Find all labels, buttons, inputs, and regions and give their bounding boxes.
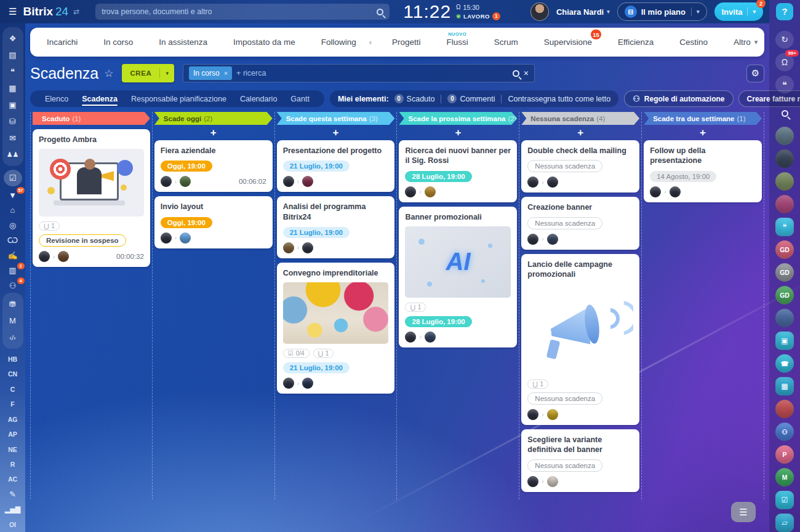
view-elenco[interactable]: Elenco xyxy=(38,90,75,107)
add-task-button[interactable]: + xyxy=(333,127,339,138)
view-calendario[interactable]: Calendario xyxy=(233,90,284,107)
search-icon[interactable] xyxy=(377,9,383,15)
sidebar-item-stats[interactable]: ▂▅▇ xyxy=(4,502,22,517)
calendar-app-icon[interactable]: ▦ xyxy=(775,377,794,395)
settings-button[interactable]: ⚙ xyxy=(746,65,764,82)
column-header[interactable]: Scade la prossima settimana (2) xyxy=(399,112,517,125)
sidebar-item-collaboration[interactable]: ❖ xyxy=(4,30,22,47)
view-scadenza[interactable]: Scadenza xyxy=(75,90,124,107)
comments-counter[interactable]: Commenti xyxy=(460,95,495,103)
close-icon[interactable]: × xyxy=(224,69,228,77)
recent-chat-avatar[interactable] xyxy=(775,309,794,327)
automation-rules-button[interactable]: ⚇ Regole di automazione xyxy=(624,90,733,107)
task-card[interactable]: Creazione banner Nessuna scadenza › xyxy=(521,197,639,249)
add-task-button[interactable]: + xyxy=(577,127,583,138)
task-card[interactable]: Convegno imprenditoriale ☑0/4 ⋃1 21 Lugl… xyxy=(277,263,395,394)
task-card[interactable]: Analisi del programma Bitrix24 21 Luglio… xyxy=(277,196,395,258)
task-card[interactable]: Progetto Ambra ⋃1 Revisione in sospeso › xyxy=(33,129,150,267)
sidebar-group-f[interactable]: F xyxy=(10,397,14,411)
mark-all-read[interactable]: Contrassegna tutto come letto xyxy=(508,95,610,103)
task-card[interactable]: Scegliere la variante definitiva del ban… xyxy=(521,429,639,492)
sidebar-item-crm[interactable]: ▼57 xyxy=(4,188,22,202)
sidebar-item-team[interactable]: ♟♟ xyxy=(4,146,22,163)
task-card[interactable]: Lancio delle campagne promozionali ⋃1 Ne… xyxy=(521,254,639,426)
sidebar-item-documents[interactable]: ▣ xyxy=(4,97,22,113)
invite-button[interactable]: Invita ▾ 2 xyxy=(714,2,764,21)
task-card[interactable]: Follow up della presentazione 14 Agosto,… xyxy=(644,140,762,202)
tab-scrum[interactable]: Scrum xyxy=(481,28,531,57)
create-button[interactable]: CREA ▾ xyxy=(122,64,174,82)
tab-incarichi[interactable]: Incarichi xyxy=(34,28,90,57)
column-header[interactable]: Scade oggi (2) xyxy=(154,112,273,125)
switch-account-icon[interactable]: ⇄ xyxy=(73,7,79,16)
group-avatar-gd[interactable]: GD xyxy=(775,286,794,304)
history-button[interactable]: ↻ xyxy=(775,31,794,49)
task-card[interactable]: Presentazione del progetto 21 Luglio, 19… xyxy=(277,140,395,192)
sidebar-group-hb[interactable]: HB xyxy=(8,351,17,366)
sidebar-group-r[interactable]: R xyxy=(10,457,15,472)
sidebar-item-notes[interactable]: ✎ xyxy=(4,487,22,502)
sidebar-item-messenger[interactable]: ❝ xyxy=(4,63,22,80)
view-gantt[interactable]: Gantt xyxy=(284,90,316,107)
sidebar-group-cn[interactable]: CN xyxy=(8,367,17,381)
phone-app-icon[interactable]: ☎ xyxy=(775,354,794,373)
overdue-counter[interactable]: Scaduto xyxy=(407,95,435,103)
tab-altro[interactable]: Altro ▾ xyxy=(721,28,770,57)
task-card[interactable]: Banner promozionali AI ⋃1 28 Luglio, 19:… xyxy=(399,207,517,347)
group-avatar-m[interactable]: M xyxy=(775,468,794,486)
user-menu[interactable]: Chiara Nardi ▾ xyxy=(556,7,610,17)
sidebar-item-drive[interactable]: ⛁ xyxy=(4,113,22,130)
tab-supervisione[interactable]: Supervisione 15 xyxy=(531,28,605,57)
sidebar-group-ag[interactable]: AG xyxy=(8,411,18,426)
add-task-button[interactable]: + xyxy=(455,127,461,138)
tab-flussi[interactable]: NUOVO Flussi xyxy=(434,28,481,57)
group-avatar-gd[interactable]: GD xyxy=(775,240,794,259)
column-header[interactable]: Nessuna scadenza (4) xyxy=(521,112,639,125)
sidebar-item-developer[interactable]: ‹/› xyxy=(4,329,22,346)
add-task-button[interactable]: + xyxy=(700,127,706,138)
clear-filter-icon[interactable]: × xyxy=(524,68,529,78)
my-plan-button[interactable]: ⊟ Il mio piano ▾ xyxy=(617,2,707,21)
notifications-button[interactable]: Ω 99+ xyxy=(775,53,794,71)
sidebar-group-ap[interactable]: AP xyxy=(8,427,17,442)
column-header[interactable]: Scaduto (1) xyxy=(33,112,150,125)
sidebar-group-c[interactable]: C xyxy=(10,381,15,396)
tasks-app-icon[interactable]: ☑ xyxy=(775,491,794,509)
global-search[interactable] xyxy=(95,4,390,20)
filter-bar[interactable]: In corso × × xyxy=(183,64,535,82)
recent-chat-avatar[interactable] xyxy=(775,172,794,191)
sidebar-group-oi[interactable]: OI xyxy=(9,517,16,532)
tab-following[interactable]: Following xyxy=(308,28,369,57)
tab-in-corso[interactable]: In corso xyxy=(90,28,146,57)
folder-app-icon[interactable]: ▱ xyxy=(775,514,794,532)
work-status[interactable]: ◉ LAVORO 1 xyxy=(456,12,500,20)
sidebar-item-market[interactable]: M xyxy=(4,312,22,329)
sidebar-group-ne[interactable]: NE xyxy=(8,442,17,456)
recent-chat-avatar[interactable] xyxy=(775,195,794,213)
chat-app-icon[interactable]: ❝ xyxy=(775,218,794,236)
tab-efficienza[interactable]: Efficienza xyxy=(605,28,666,57)
floating-menu-button[interactable]: ☰ xyxy=(731,502,756,522)
task-card[interactable]: Fiera aziendale Oggi, 19:00 › 00:06:02 xyxy=(154,140,273,192)
global-search-input[interactable] xyxy=(102,7,377,16)
screen-app-icon[interactable]: ▣ xyxy=(775,332,794,350)
recent-chat-avatar[interactable] xyxy=(775,400,794,418)
tab-cestino[interactable]: Cestino xyxy=(666,28,721,57)
bitrix24-logo[interactable]: Bitrix 24 xyxy=(23,5,68,18)
tab-impostato-da-me[interactable]: Impostato da me xyxy=(220,28,308,57)
tab-in-assistenza[interactable]: In assistenza xyxy=(146,28,220,57)
hamburger-menu-icon[interactable]: ☰ xyxy=(9,6,17,17)
group-avatar-p[interactable]: P xyxy=(775,445,794,464)
filter-chip[interactable]: In corso × xyxy=(189,66,232,80)
group-avatar-gd[interactable]: GD xyxy=(775,263,794,282)
sidebar-item-esignature[interactable]: ✍ xyxy=(4,248,22,263)
reminder[interactable]: Ω 15:30 xyxy=(456,4,500,11)
sidebar-item-storage[interactable]: ⛃ xyxy=(4,296,22,312)
sidebar-item-tasks[interactable]: ☑ xyxy=(4,170,22,186)
help-button[interactable]: ? xyxy=(776,3,793,20)
favorite-star-icon[interactable]: ☆ xyxy=(104,67,113,80)
chevron-left-icon[interactable]: ‹ xyxy=(369,38,374,47)
sidebar-item-feed[interactable]: ▤ xyxy=(4,47,22,63)
recent-chat-avatar[interactable] xyxy=(775,127,794,145)
task-card[interactable]: Double check della mailing Nessuna scade… xyxy=(521,140,639,193)
